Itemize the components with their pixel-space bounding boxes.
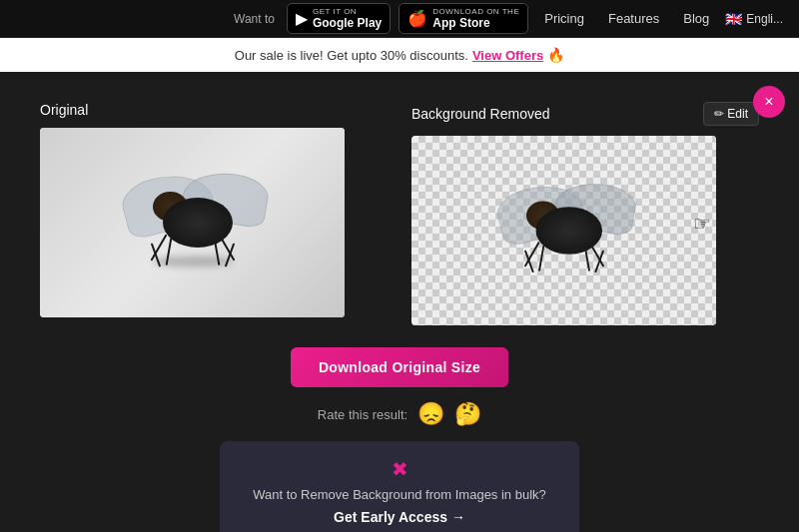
rate-label: Rate this result: — [318, 407, 407, 422]
google-play-label: Google Play — [313, 16, 382, 30]
removed-panel: Background Removed ✏ Edit — [411, 102, 759, 325]
original-image-box — [40, 128, 345, 317]
rate-section: Rate this result: 😞 🤔 — [318, 401, 481, 427]
want-to-text: Want to — [234, 12, 275, 26]
edit-button[interactable]: ✏ Edit — [703, 102, 759, 126]
fly-removed-leg-2 — [537, 245, 543, 271]
banner-text: Want to Remove Background from Images in… — [244, 487, 555, 502]
thumbs-down-emoji[interactable]: 😞 — [417, 401, 444, 427]
comparison-section: Original — [40, 102, 759, 325]
early-access-banner: ✖ Want to Remove Background from Images … — [220, 441, 579, 532]
actions-section: Download Original Size Rate this result:… — [40, 347, 759, 532]
app-store-top: Download on the — [432, 7, 519, 16]
view-offers-link[interactable]: View Offers — [472, 48, 543, 63]
close-button[interactable]: × — [753, 86, 785, 118]
google-play-icon: ▶ — [296, 9, 308, 28]
flag-icon: 🇬🇧 — [725, 11, 742, 27]
thinking-emoji[interactable]: 🤔 — [454, 401, 481, 427]
google-play-top: GET IT ON — [313, 7, 382, 16]
features-link[interactable]: Features — [600, 11, 667, 26]
blog-link[interactable]: Blog — [675, 11, 717, 26]
fly-removed-body — [488, 179, 640, 283]
app-store-badge[interactable]: 🍎 Download on the App Store — [399, 3, 528, 34]
google-play-text: GET IT ON Google Play — [313, 7, 382, 30]
sale-text: Our sale is live! Get upto 30% discounts… — [235, 48, 468, 63]
navbar: Want to ▶ GET IT ON Google Play 🍎 Downlo… — [0, 0, 799, 38]
fly-original-image — [40, 128, 345, 317]
language-selector[interactable]: 🇬🇧 Engli... — [725, 11, 783, 27]
pricing-link[interactable]: Pricing — [536, 11, 592, 26]
early-access-link[interactable]: Get Early Access → — [334, 509, 465, 525]
removed-image-box — [411, 136, 716, 325]
removed-label: Background Removed — [411, 106, 550, 122]
sale-banner: Our sale is live! Get upto 30% discounts… — [0, 38, 799, 72]
app-store-text: Download on the App Store — [432, 7, 519, 30]
fire-icon: 🔥 — [547, 47, 564, 63]
bulk-icon: ✖ — [244, 457, 555, 481]
original-panel: Original — [40, 102, 388, 325]
google-play-badge[interactable]: ▶ GET IT ON Google Play — [287, 3, 391, 34]
download-button[interactable]: Download Original Size — [291, 347, 508, 387]
original-label: Original — [40, 102, 388, 118]
fly-removed-overlay — [411, 136, 716, 325]
fly-body — [113, 168, 273, 277]
apple-icon: 🍎 — [407, 9, 427, 28]
fly-shadow — [153, 256, 233, 267]
app-store-label: App Store — [432, 16, 519, 30]
main-content: × ☞ Original — [0, 72, 799, 532]
removed-header: Background Removed ✏ Edit — [411, 102, 759, 126]
language-label: Engli... — [746, 12, 783, 26]
